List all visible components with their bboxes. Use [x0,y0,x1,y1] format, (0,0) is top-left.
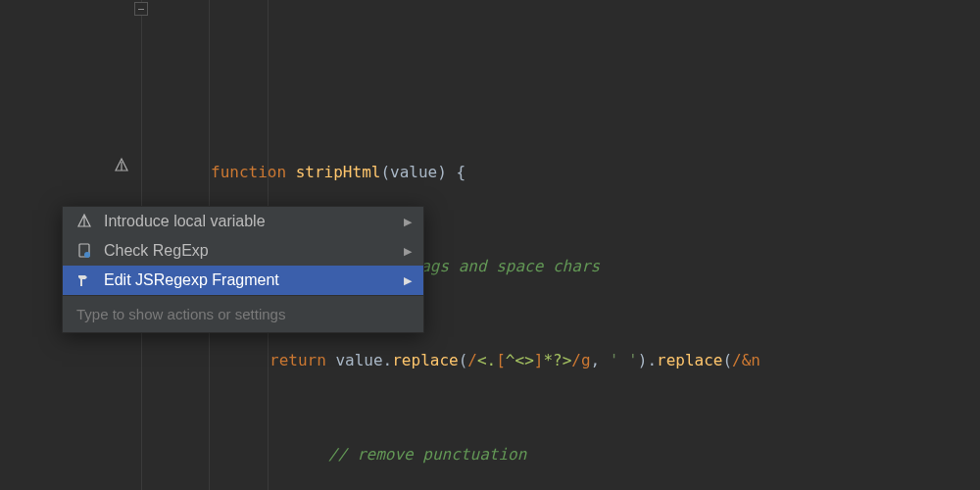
popup-item-check-regexp[interactable]: Check RegExp ▶ [63,236,423,266]
intention-bulb-icon[interactable] [113,157,130,178]
popup-item-edit-fragment[interactable]: Edit JSRegexp Fragment ▶ [63,266,423,295]
document-gear-icon [74,241,94,261]
submenu-arrow-icon: ▶ [404,216,412,228]
hammer-icon [74,270,94,290]
popup-item-label: Check RegExp [104,242,209,260]
intention-actions-popup: Introduce local variable ▶ Check RegExp … [62,206,424,333]
svg-point-1 [84,252,90,258]
popup-item-introduce-variable[interactable]: Introduce local variable ▶ [63,207,423,236]
submenu-arrow-icon: ▶ [404,274,412,287]
popup-hint: Type to show actions or settings [63,295,423,332]
tetrahedron-icon [74,212,94,231]
popup-item-label: Introduce local variable [104,213,266,230]
popup-item-label: Edit JSRegexp Fragment [104,271,279,289]
submenu-arrow-icon: ▶ [404,245,412,258]
